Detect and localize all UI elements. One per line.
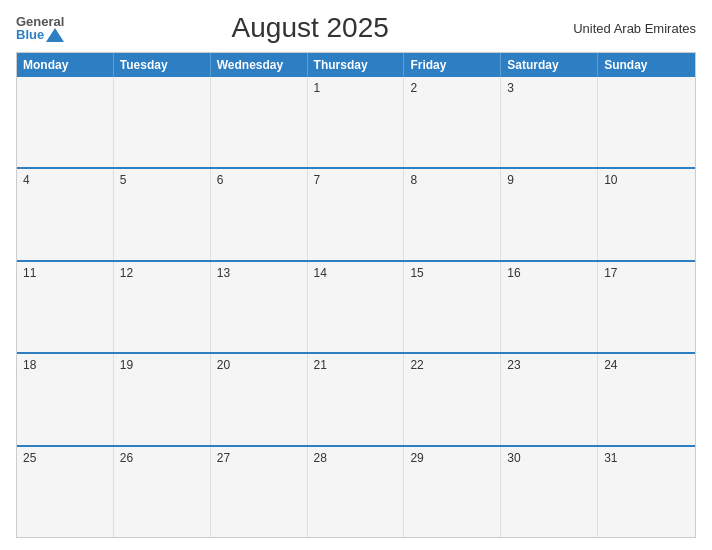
calendar-cell: 20: [211, 354, 308, 444]
day-number: 21: [314, 358, 327, 372]
calendar-week-2: 45678910: [17, 167, 695, 259]
header-cell-sunday: Sunday: [598, 53, 695, 77]
day-number: 22: [410, 358, 423, 372]
calendar-cell: 11: [17, 262, 114, 352]
calendar-cell: 9: [501, 169, 598, 259]
header-cell-thursday: Thursday: [308, 53, 405, 77]
day-number: 10: [604, 173, 617, 187]
day-number: 14: [314, 266, 327, 280]
header-cell-wednesday: Wednesday: [211, 53, 308, 77]
calendar-cell: 18: [17, 354, 114, 444]
day-number: 17: [604, 266, 617, 280]
calendar-grid: MondayTuesdayWednesdayThursdayFridaySatu…: [16, 52, 696, 538]
logo-general: General: [16, 15, 64, 28]
calendar-cell: [17, 77, 114, 167]
day-number: 28: [314, 451, 327, 465]
calendar-header-row: MondayTuesdayWednesdayThursdayFridaySatu…: [17, 53, 695, 77]
calendar-cell: 13: [211, 262, 308, 352]
calendar-cell: 28: [308, 447, 405, 537]
day-number: 30: [507, 451, 520, 465]
day-number: 23: [507, 358, 520, 372]
day-number: 6: [217, 173, 224, 187]
day-number: 20: [217, 358, 230, 372]
calendar-cell: 26: [114, 447, 211, 537]
calendar-cell: 7: [308, 169, 405, 259]
calendar-cell: 21: [308, 354, 405, 444]
calendar-cell: [114, 77, 211, 167]
calendar-cell: 5: [114, 169, 211, 259]
calendar-cell: 30: [501, 447, 598, 537]
logo-blue: Blue: [16, 28, 44, 41]
calendar-cell: [598, 77, 695, 167]
header-cell-saturday: Saturday: [501, 53, 598, 77]
page-header: General Blue August 2025 United Arab Emi…: [16, 12, 696, 44]
calendar-cell: 15: [404, 262, 501, 352]
calendar-cell: 6: [211, 169, 308, 259]
logo-icon: [46, 28, 64, 42]
day-number: 2: [410, 81, 417, 95]
calendar-cell: 4: [17, 169, 114, 259]
calendar-cell: 12: [114, 262, 211, 352]
calendar-cell: 14: [308, 262, 405, 352]
day-number: 18: [23, 358, 36, 372]
day-number: 31: [604, 451, 617, 465]
header-cell-tuesday: Tuesday: [114, 53, 211, 77]
day-number: 3: [507, 81, 514, 95]
day-number: 15: [410, 266, 423, 280]
day-number: 1: [314, 81, 321, 95]
country-label: United Arab Emirates: [556, 21, 696, 36]
calendar-page: General Blue August 2025 United Arab Emi…: [0, 0, 712, 550]
day-number: 25: [23, 451, 36, 465]
day-number: 5: [120, 173, 127, 187]
day-number: 16: [507, 266, 520, 280]
calendar-cell: 31: [598, 447, 695, 537]
day-number: 29: [410, 451, 423, 465]
calendar-cell: 17: [598, 262, 695, 352]
calendar-cell: 24: [598, 354, 695, 444]
calendar-cell: 2: [404, 77, 501, 167]
day-number: 4: [23, 173, 30, 187]
calendar-cell: 16: [501, 262, 598, 352]
day-number: 12: [120, 266, 133, 280]
day-number: 27: [217, 451, 230, 465]
day-number: 19: [120, 358, 133, 372]
calendar-week-5: 25262728293031: [17, 445, 695, 537]
page-title: August 2025: [64, 12, 556, 44]
day-number: 24: [604, 358, 617, 372]
calendar-cell: 1: [308, 77, 405, 167]
day-number: 13: [217, 266, 230, 280]
day-number: 11: [23, 266, 36, 280]
svg-marker-0: [46, 28, 64, 42]
calendar-cell: 25: [17, 447, 114, 537]
header-cell-monday: Monday: [17, 53, 114, 77]
calendar-cell: 27: [211, 447, 308, 537]
calendar-cell: [211, 77, 308, 167]
calendar-cell: 29: [404, 447, 501, 537]
calendar-cell: 23: [501, 354, 598, 444]
calendar-cell: 3: [501, 77, 598, 167]
day-number: 26: [120, 451, 133, 465]
calendar-cell: 19: [114, 354, 211, 444]
header-cell-friday: Friday: [404, 53, 501, 77]
day-number: 7: [314, 173, 321, 187]
calendar-body: 1234567891011121314151617181920212223242…: [17, 77, 695, 537]
calendar-cell: 10: [598, 169, 695, 259]
day-number: 9: [507, 173, 514, 187]
calendar-cell: 22: [404, 354, 501, 444]
day-number: 8: [410, 173, 417, 187]
logo: General Blue: [16, 15, 64, 42]
calendar-week-1: 123: [17, 77, 695, 167]
calendar-week-3: 11121314151617: [17, 260, 695, 352]
calendar-week-4: 18192021222324: [17, 352, 695, 444]
calendar-cell: 8: [404, 169, 501, 259]
